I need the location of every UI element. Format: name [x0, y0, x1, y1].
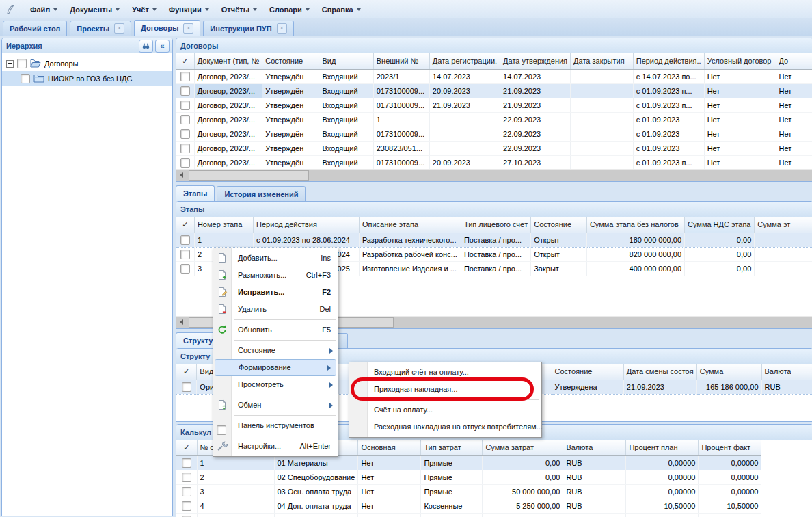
- tab-stages[interactable]: Этапы: [176, 185, 215, 201]
- column-header[interactable]: Период действия..: [633, 53, 704, 69]
- search-binoculars-icon[interactable]: [139, 40, 153, 53]
- tab-change-history[interactable]: История изменений: [217, 186, 306, 201]
- menu-reports[interactable]: Отчёты: [215, 3, 263, 16]
- column-header[interactable]: Условный договор: [704, 53, 776, 69]
- tab-projects[interactable]: Проекты×: [70, 21, 131, 36]
- table-row[interactable]: 1с 01.09.2023 по 28.06.2024Разработка те…: [176, 233, 812, 247]
- column-header[interactable]: Дата утверждения: [500, 53, 571, 69]
- menu-item-view[interactable]: Просмотреть: [213, 376, 338, 393]
- close-icon[interactable]: ×: [277, 23, 287, 34]
- column-header[interactable]: Процент факт: [699, 440, 761, 455]
- column-header[interactable]: Номер этапа: [194, 217, 253, 233]
- menu-item-toolbar[interactable]: Панель инструментов: [213, 417, 338, 434]
- tab-instructions[interactable]: Инструкции ПУП×: [203, 21, 293, 36]
- row-checkbox[interactable]: [180, 264, 190, 274]
- tree-checkbox[interactable]: [17, 59, 27, 68]
- row-checkbox[interactable]: [182, 473, 191, 482]
- row-checkbox[interactable]: [180, 115, 190, 124]
- row-checkbox[interactable]: [182, 458, 191, 468]
- row-checkbox[interactable]: [180, 86, 190, 96]
- menu-item-duplicate[interactable]: Размножить... Ctrl+F3: [213, 267, 338, 284]
- row-checkbox-cell[interactable]: [176, 155, 194, 170]
- row-checkbox[interactable]: [180, 129, 190, 139]
- column-header[interactable]: Сумма эт: [755, 217, 812, 233]
- column-header[interactable]: Тип затрат: [421, 440, 483, 455]
- row-checkbox-cell[interactable]: [176, 112, 194, 127]
- menu-help[interactable]: Справка: [316, 3, 367, 16]
- select-all-column-header[interactable]: ✓: [176, 364, 197, 380]
- row-checkbox-cell[interactable]: [176, 261, 194, 276]
- row-checkbox[interactable]: [180, 72, 190, 81]
- menu-item-formation[interactable]: Формирование: [215, 359, 336, 376]
- submenu-item-incoming-invoice[interactable]: Входящий счёт на оплату...: [349, 364, 541, 381]
- column-header[interactable]: Сумма затрат: [483, 440, 563, 455]
- close-icon[interactable]: ×: [183, 23, 193, 34]
- row-checkbox-cell[interactable]: [176, 127, 194, 141]
- row-checkbox-cell[interactable]: [176, 98, 194, 112]
- row-checkbox-cell[interactable]: [176, 141, 194, 155]
- close-icon[interactable]: ×: [114, 23, 124, 34]
- column-header[interactable]: Дата смены состоя: [623, 364, 696, 380]
- menu-item-settings[interactable]: Настройки... Alt+Enter: [213, 438, 338, 455]
- row-checkbox[interactable]: [182, 501, 191, 511]
- menu-item-state[interactable]: Состояние: [213, 342, 338, 359]
- column-header[interactable]: Сумма: [696, 364, 761, 380]
- column-header[interactable]: Сумма этапа без налогов: [586, 217, 684, 233]
- select-all-column-header[interactable]: ✓: [176, 53, 194, 69]
- row-checkbox-cell[interactable]: [176, 69, 194, 83]
- column-header[interactable]: Дата регистрации.: [429, 53, 500, 69]
- table-row[interactable]: Договор, 2023/...УтверждёнВходящий230823…: [176, 141, 812, 155]
- column-header[interactable]: Период действия: [254, 217, 360, 233]
- row-checkbox-cell[interactable]: [176, 470, 197, 484]
- scroll-thumb[interactable]: [189, 170, 309, 181]
- column-header[interactable]: Валюта: [563, 440, 626, 455]
- column-header[interactable]: Документ (тип, №: [194, 53, 262, 69]
- row-checkbox[interactable]: [180, 250, 190, 259]
- table-row[interactable]: Договор, 2023/...УтверждёнВходящий017310…: [176, 83, 812, 98]
- horizontal-scrollbar[interactable]: [176, 169, 812, 181]
- column-header[interactable]: Основная: [358, 440, 421, 455]
- tab-contracts[interactable]: Договоры×: [134, 20, 200, 36]
- table-row[interactable]: 404 Доп. оплата трудаНетКосвенные5 250 0…: [176, 499, 761, 513]
- row-checkbox-cell[interactable]: [176, 455, 197, 470]
- menu-dictionaries[interactable]: Словари: [263, 3, 316, 16]
- row-checkbox[interactable]: [180, 158, 190, 168]
- table-row[interactable]: Договор, 2023/...УтверждёнВходящий017310…: [176, 155, 812, 170]
- row-checkbox-cell[interactable]: [176, 83, 194, 98]
- column-header[interactable]: Состояние: [552, 364, 623, 380]
- select-all-column-header[interactable]: ✓: [176, 440, 197, 455]
- row-checkbox[interactable]: [182, 487, 191, 496]
- column-header[interactable]: Описание этапа: [359, 217, 461, 233]
- column-header[interactable]: Процент план: [626, 440, 699, 455]
- column-header[interactable]: Дата закрытия: [571, 53, 634, 69]
- menu-functions[interactable]: Функции: [163, 3, 215, 16]
- menu-file[interactable]: Файл: [24, 3, 64, 16]
- menu-documents[interactable]: Документы: [64, 3, 126, 16]
- submenu-item-outgoing-note[interactable]: Расходная накладная на отпуск потребител…: [349, 419, 541, 436]
- menu-item-add[interactable]: Добавить... Ins: [213, 250, 338, 267]
- column-header[interactable]: Валюта: [761, 364, 812, 380]
- table-row[interactable]: Договор, 2023/...УтверждёнВходящий122.09…: [176, 112, 812, 127]
- row-checkbox-cell[interactable]: [176, 247, 194, 261]
- column-header[interactable]: Тип лицевого счёт: [461, 217, 530, 233]
- table-row[interactable]: Договор, 2023/...УтверждёнВходящий2023/1…: [176, 69, 812, 83]
- table-row[interactable]: 202 СпецоборудованиеНетПрямые0,00RUB0,00…: [176, 470, 761, 484]
- scroll-left-icon[interactable]: [176, 317, 188, 328]
- collapse-panel-icon[interactable]: «: [155, 40, 170, 53]
- table-row[interactable]: Договор, 2023/...УтверждёнВходящий017310…: [176, 98, 812, 112]
- collapse-expander-icon[interactable]: [6, 60, 14, 68]
- column-header[interactable]: Внешний №: [373, 53, 429, 69]
- scroll-left-icon[interactable]: [176, 170, 188, 181]
- row-checkbox[interactable]: [180, 101, 190, 110]
- row-checkbox[interactable]: [180, 235, 190, 245]
- row-checkbox-cell[interactable]: [176, 380, 197, 394]
- table-row[interactable]: Договор, 2023/...УтверждёнВходящий017310…: [176, 127, 812, 141]
- table-row[interactable]: 303 Осн. оплата трудаНетПрямые50 000 000…: [176, 484, 761, 499]
- menu-accounting[interactable]: Учёт: [126, 3, 163, 16]
- column-header[interactable]: Состояние: [531, 217, 587, 233]
- column-header[interactable]: Вид: [319, 53, 373, 69]
- submenu-item-payment-invoice[interactable]: Счёт на оплату...: [349, 401, 541, 419]
- tree-node-contracts[interactable]: Договоры: [2, 56, 172, 71]
- menu-item-exchange[interactable]: Обмен: [213, 397, 338, 414]
- table-row[interactable]: [176, 513, 761, 517]
